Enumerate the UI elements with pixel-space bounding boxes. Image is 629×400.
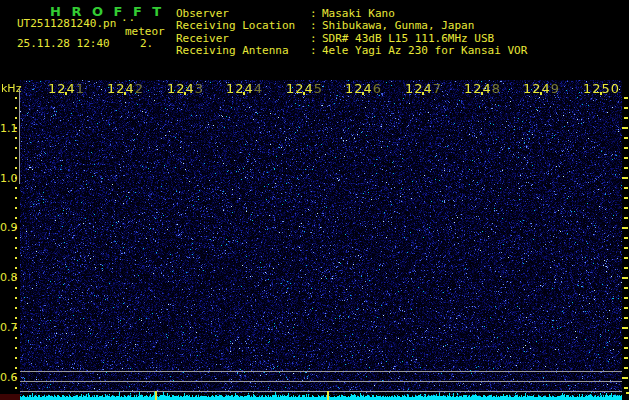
tick-mark <box>15 217 17 219</box>
tick-mark <box>15 247 17 249</box>
tick-mark <box>624 317 628 319</box>
tick-mark <box>15 327 17 329</box>
tick-mark <box>15 267 17 269</box>
tick-mark <box>624 157 628 159</box>
tick-mark <box>15 127 17 129</box>
info-label: Receiver <box>176 32 229 45</box>
tick-mark <box>624 347 628 349</box>
tick-mark <box>624 297 628 299</box>
tick-mark <box>624 167 628 169</box>
tick-mark <box>622 377 628 379</box>
tick-mark <box>15 227 17 229</box>
tick-mark <box>624 307 628 309</box>
tick-mark <box>15 307 17 309</box>
info-value: Shibukawa, Gunma, Japan <box>322 19 474 32</box>
counting-band-line <box>20 391 622 392</box>
tick-mark <box>624 257 628 259</box>
tick-mark <box>15 297 17 299</box>
tick-mark <box>624 267 628 269</box>
output-filename: UT2511281240.pn <box>17 17 116 30</box>
tick-mark <box>15 207 17 209</box>
tick-mark <box>243 92 245 95</box>
tick-mark <box>15 337 17 339</box>
tick-mark <box>624 107 628 109</box>
info-colon: : <box>310 44 317 57</box>
tick-mark <box>15 177 17 179</box>
event-marker-line <box>155 391 157 400</box>
counting-band-line <box>20 381 622 382</box>
info-row: Observer:Masaki Kano <box>176 7 629 19</box>
tick-mark <box>362 92 364 95</box>
tick-mark <box>624 217 628 219</box>
tick-mark <box>624 187 628 189</box>
info-value: SDR# 43dB L15 111.6MHz USB <box>322 32 494 45</box>
info-value: Masaki Kano <box>322 7 395 20</box>
tick-mark <box>124 92 126 95</box>
info-row: Receiver:SDR# 43dB L15 111.6MHz USB <box>176 32 629 44</box>
tick-mark <box>15 167 17 169</box>
info-row: Receiving Antenna:4ele Yagi Az 230 for K… <box>176 44 629 56</box>
tick-mark <box>15 357 17 359</box>
tick-mark <box>15 237 17 239</box>
y-axis-label: 1.0 <box>0 172 15 185</box>
progress-counter: 2. <box>140 37 153 50</box>
tick-mark <box>15 147 17 149</box>
info-label: Receiving Location <box>176 19 295 32</box>
tick-mark <box>624 207 628 209</box>
tick-mark <box>624 287 628 289</box>
counting-band-line <box>20 371 622 372</box>
tick-mark <box>15 377 17 379</box>
tick-mark <box>15 277 17 279</box>
spectrogram-canvas <box>20 80 622 400</box>
tick-mark <box>622 277 628 279</box>
y-axis-label: 0.7 <box>0 321 15 334</box>
tick-mark <box>15 157 17 159</box>
tick-mark <box>15 367 17 369</box>
tick-mark <box>624 147 628 149</box>
tick-mark <box>15 257 17 259</box>
tick-mark <box>15 347 17 349</box>
info-label: Observer <box>176 7 229 20</box>
info-row: Receiving Location:Shibukawa, Gunma, Jap… <box>176 19 629 31</box>
timestamp: 25.11.28 12:40 <box>17 37 110 50</box>
tick-mark <box>15 187 17 189</box>
y-axis-label: 0.6 <box>0 371 15 384</box>
tick-mark <box>184 92 186 95</box>
tick-mark <box>624 357 628 359</box>
info-colon: : <box>310 19 317 32</box>
tick-mark <box>624 97 628 99</box>
tick-mark <box>624 117 628 119</box>
tick-mark <box>15 287 17 289</box>
tick-mark <box>15 317 17 319</box>
tick-mark <box>15 117 17 119</box>
tick-mark <box>624 247 628 249</box>
tick-mark <box>303 92 305 95</box>
tick-mark <box>622 227 628 229</box>
bottom-left-red-patch <box>0 394 20 400</box>
tick-mark <box>624 387 628 389</box>
info-value: 4ele Yagi Az 230 for Kansai VOR <box>322 44 527 57</box>
tick-mark <box>624 367 628 369</box>
tick-mark <box>15 107 17 109</box>
tick-mark <box>622 127 628 129</box>
tick-mark <box>624 197 628 199</box>
event-marker-line <box>327 391 329 400</box>
info-label: Receiving Antenna <box>176 44 289 57</box>
tick-mark <box>622 177 628 179</box>
tick-mark <box>422 92 424 95</box>
y-axis-label: 0.9 <box>0 221 15 234</box>
info-colon: : <box>310 32 317 45</box>
tick-mark <box>65 92 67 95</box>
tick-mark <box>540 92 542 95</box>
y-axis-label: 0.8 <box>0 271 15 284</box>
tick-mark <box>624 237 628 239</box>
y-axis-label: 1.1 <box>0 122 15 135</box>
tick-mark <box>15 387 17 389</box>
tick-mark <box>15 137 17 139</box>
tick-mark <box>622 327 628 329</box>
tick-mark <box>624 337 628 339</box>
tick-mark <box>15 97 17 99</box>
tick-mark <box>481 92 483 95</box>
tick-mark <box>15 197 17 199</box>
hrofft-spectrogram-screen: H R O F F T UT2511281240.pn ·· meteor 25… <box>0 0 629 400</box>
